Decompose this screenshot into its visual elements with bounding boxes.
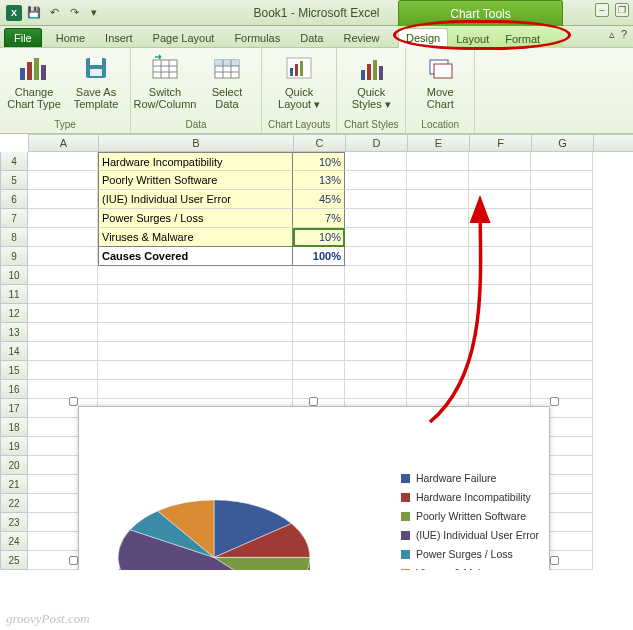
row-header[interactable]: 4 xyxy=(0,152,28,171)
cell[interactable] xyxy=(407,266,469,285)
cell[interactable] xyxy=(469,228,531,247)
tab-file[interactable]: File xyxy=(4,28,42,47)
cell[interactable] xyxy=(531,361,593,380)
cell[interactable] xyxy=(407,171,469,190)
cell[interactable] xyxy=(98,266,293,285)
tab-design[interactable]: Design xyxy=(398,28,448,48)
row-header[interactable]: 10 xyxy=(0,266,28,285)
cell[interactable] xyxy=(28,152,98,171)
tab-review[interactable]: Review xyxy=(333,28,389,47)
row-header[interactable]: 5 xyxy=(0,171,28,190)
cell[interactable] xyxy=(28,190,98,209)
change-chart-type[interactable]: ChangeChart Type xyxy=(6,52,62,110)
tab-home[interactable]: Home xyxy=(46,28,95,47)
cell[interactable]: Viruses & Malware xyxy=(98,228,293,247)
cell[interactable] xyxy=(531,342,593,361)
row-header[interactable]: 6 xyxy=(0,190,28,209)
cell[interactable]: Poorly Written Software xyxy=(98,171,293,190)
cell[interactable] xyxy=(469,285,531,304)
cell[interactable] xyxy=(293,285,345,304)
quick-styles[interactable]: QuickStyles ▾ xyxy=(343,52,399,110)
undo-icon[interactable]: ↶ xyxy=(46,5,62,21)
cell[interactable] xyxy=(293,380,345,399)
row-header[interactable]: 8 xyxy=(0,228,28,247)
cell[interactable] xyxy=(469,247,531,266)
cell[interactable] xyxy=(469,209,531,228)
cell[interactable] xyxy=(28,342,98,361)
cell[interactable] xyxy=(469,190,531,209)
save-icon[interactable]: 💾 xyxy=(26,5,42,21)
cell[interactable] xyxy=(407,342,469,361)
worksheet[interactable]: ABCDEFG 4Hardware Incompatibility10%5Poo… xyxy=(0,134,633,570)
cell[interactable] xyxy=(345,323,407,342)
cell[interactable] xyxy=(345,209,407,228)
cell[interactable] xyxy=(531,304,593,323)
row-header[interactable]: 24 xyxy=(0,532,28,551)
cell[interactable] xyxy=(98,380,293,399)
cell[interactable]: Hardware Incompatibility xyxy=(98,152,293,171)
tab-format[interactable]: Format xyxy=(497,29,548,48)
row-header[interactable]: 18 xyxy=(0,418,28,437)
cell[interactable] xyxy=(28,285,98,304)
cell[interactable] xyxy=(469,266,531,285)
cell[interactable] xyxy=(293,323,345,342)
cell[interactable] xyxy=(345,247,407,266)
row-header[interactable]: 25 xyxy=(0,551,28,570)
row-header[interactable]: 16 xyxy=(0,380,28,399)
cell[interactable] xyxy=(407,304,469,323)
cell[interactable] xyxy=(407,228,469,247)
save-as-template[interactable]: Save AsTemplate xyxy=(68,52,124,110)
row-header[interactable]: 13 xyxy=(0,323,28,342)
restore-button[interactable]: ❐ xyxy=(615,3,629,17)
row-header[interactable]: 21 xyxy=(0,475,28,494)
tab-insert[interactable]: Insert xyxy=(95,28,143,47)
cell[interactable] xyxy=(28,228,98,247)
col-header-F[interactable]: F xyxy=(470,135,532,151)
cell[interactable] xyxy=(28,304,98,323)
cell[interactable]: Power Surges / Loss xyxy=(98,209,293,228)
cell[interactable] xyxy=(28,323,98,342)
col-header-D[interactable]: D xyxy=(346,135,408,151)
cell[interactable] xyxy=(469,304,531,323)
cell[interactable] xyxy=(28,171,98,190)
cell[interactable] xyxy=(98,285,293,304)
cell[interactable] xyxy=(531,247,593,266)
cell[interactable] xyxy=(531,285,593,304)
cell[interactable] xyxy=(98,323,293,342)
row-header[interactable]: 11 xyxy=(0,285,28,304)
col-header-E[interactable]: E xyxy=(408,135,470,151)
cell[interactable] xyxy=(28,380,98,399)
minimize-button[interactable]: – xyxy=(595,3,609,17)
cell[interactable]: 7% xyxy=(293,209,345,228)
cell[interactable] xyxy=(28,361,98,380)
cell[interactable] xyxy=(531,152,593,171)
cell[interactable] xyxy=(531,209,593,228)
qat-dropdown-icon[interactable]: ▾ xyxy=(86,5,102,21)
cell[interactable] xyxy=(407,247,469,266)
cell[interactable] xyxy=(293,342,345,361)
cell[interactable] xyxy=(345,171,407,190)
cell[interactable] xyxy=(345,266,407,285)
cell[interactable] xyxy=(293,304,345,323)
cell[interactable] xyxy=(345,152,407,171)
cell[interactable] xyxy=(407,152,469,171)
row-header[interactable]: 17 xyxy=(0,399,28,418)
cell[interactable]: (IUE) Individual User Error xyxy=(98,190,293,209)
cell[interactable] xyxy=(407,209,469,228)
cell[interactable] xyxy=(469,171,531,190)
cell[interactable] xyxy=(469,152,531,171)
cell[interactable]: 13% xyxy=(293,171,345,190)
col-header-C[interactable]: C xyxy=(294,135,346,151)
tab-layout[interactable]: Layout xyxy=(448,29,497,48)
cell[interactable] xyxy=(345,228,407,247)
row-header[interactable]: 20 xyxy=(0,456,28,475)
cell[interactable] xyxy=(293,361,345,380)
column-headers[interactable]: ABCDEFG xyxy=(28,134,633,152)
col-header-A[interactable]: A xyxy=(29,135,99,151)
cell[interactable] xyxy=(407,380,469,399)
tab-page-layout[interactable]: Page Layout xyxy=(143,28,225,47)
row-header[interactable]: 9 xyxy=(0,247,28,266)
cell[interactable] xyxy=(98,342,293,361)
ribbon-minimize-icon[interactable]: ▵ xyxy=(609,28,615,41)
cell[interactable] xyxy=(345,361,407,380)
